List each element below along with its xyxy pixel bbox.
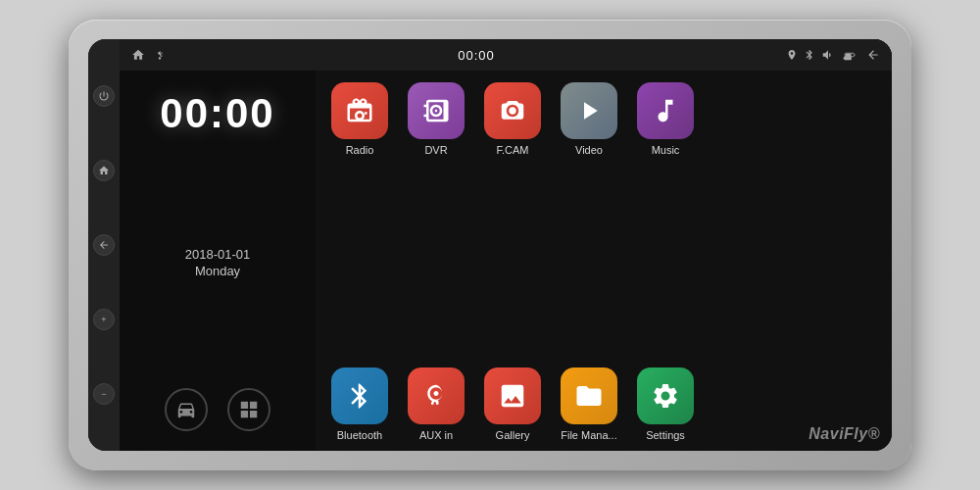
music-icon	[637, 82, 694, 139]
app-item-video[interactable]: Video	[555, 82, 623, 156]
status-left-icons	[131, 48, 167, 62]
device-outer: MIC + −	[69, 20, 911, 470]
big-clock: 00:00	[160, 90, 274, 137]
screen: 00:00	[120, 39, 892, 451]
main-content: 00:00 2018-01-01 Monday	[120, 71, 892, 451]
fcam-icon	[484, 82, 541, 139]
app-item-gallery[interactable]: Gallery	[478, 368, 547, 441]
back-status-icon	[866, 48, 880, 62]
filemanager-icon	[561, 368, 617, 424]
dvr-icon	[408, 82, 465, 139]
app-item-fcam[interactable]: F.CAM	[478, 82, 547, 156]
video-label: Video	[575, 144, 603, 156]
app-grid: RadioDVRF.CAMVideoMusic BluetoothAUX inG…	[316, 71, 892, 451]
back-button[interactable]	[93, 234, 115, 256]
volume-status-icon	[821, 48, 835, 62]
video-icon	[561, 82, 617, 139]
filemanager-label: File Mana...	[561, 429, 616, 441]
app-item-music[interactable]: Music	[631, 82, 700, 156]
day-text: Monday	[185, 264, 251, 278]
bluetooth-status-icon	[804, 49, 815, 61]
device-inner: MIC + −	[88, 39, 892, 451]
radio-label: Radio	[346, 144, 374, 156]
volume-down-icon: −	[101, 389, 106, 399]
app-row-1: RadioDVRF.CAMVideoMusic	[325, 82, 882, 156]
aux-label: AUX in	[419, 429, 453, 441]
radio-icon	[331, 82, 388, 139]
power-icon	[98, 90, 110, 102]
fcam-label: F.CAM	[497, 144, 529, 156]
status-bar: 00:00	[120, 39, 892, 71]
back-icon	[98, 239, 110, 251]
dvr-label: DVR	[424, 144, 447, 156]
clock-panel: 00:00 2018-01-01 Monday	[120, 71, 316, 451]
left-buttons: + −	[88, 39, 120, 451]
bottom-nav-icons	[165, 388, 270, 431]
car-nav-button[interactable]	[165, 388, 208, 431]
app-item-aux[interactable]: AUX in	[402, 368, 470, 441]
svg-rect-2	[854, 54, 855, 55]
volume-up-icon: +	[101, 315, 106, 324]
volume-up-button[interactable]: +	[93, 309, 115, 330]
status-right-icons	[786, 48, 880, 62]
app-row-2: BluetoothAUX inGalleryFile Mana...Settin…	[325, 368, 882, 441]
app-item-bluetooth[interactable]: Bluetooth	[325, 368, 394, 441]
grid-nav-button[interactable]	[227, 388, 270, 431]
navifly-brand: NaviFly®	[808, 425, 880, 443]
music-label: Music	[652, 144, 680, 156]
usb-status-icon	[153, 48, 167, 62]
settings-icon	[637, 368, 694, 424]
app-item-settings[interactable]: Settings	[631, 368, 700, 441]
grid-icon	[238, 399, 260, 420]
location-icon	[786, 49, 798, 61]
svg-rect-1	[846, 54, 852, 56]
bluetooth-label: Bluetooth	[337, 429, 382, 441]
home-icon	[98, 165, 110, 176]
date-info: 2018-01-01 Monday	[185, 247, 251, 278]
volume-down-button[interactable]: −	[93, 383, 115, 405]
gallery-label: Gallery	[496, 429, 530, 441]
settings-label: Settings	[646, 429, 685, 441]
date-text: 2018-01-01	[185, 247, 251, 262]
gallery-icon	[484, 368, 541, 424]
home-button[interactable]	[93, 160, 115, 181]
car-icon	[175, 399, 197, 420]
battery-icon	[841, 48, 860, 62]
home-status-icon	[131, 48, 145, 62]
app-item-dvr[interactable]: DVR	[402, 82, 470, 156]
bluetooth-icon	[331, 368, 388, 424]
power-button[interactable]	[93, 85, 115, 107]
app-item-filemanager[interactable]: File Mana...	[555, 368, 623, 441]
app-item-radio[interactable]: Radio	[325, 82, 394, 156]
aux-icon	[408, 368, 465, 424]
status-time: 00:00	[458, 48, 495, 63]
